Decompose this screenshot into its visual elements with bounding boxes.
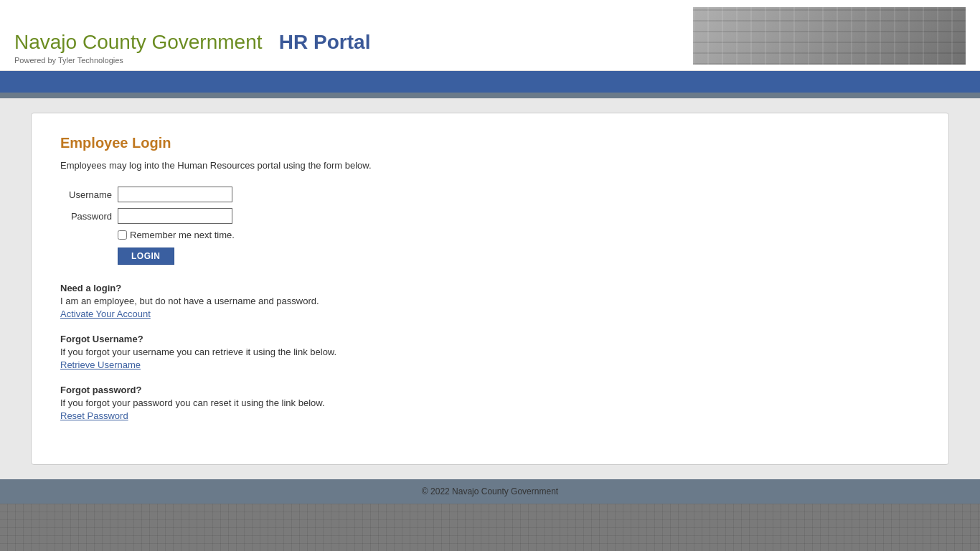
username-label: Username bbox=[60, 189, 118, 200]
need-login-section: Need a login? I am an employee, but do n… bbox=[60, 283, 920, 319]
remember-row: Remember me next time. bbox=[118, 230, 920, 240]
forgot-password-heading: Forgot password? bbox=[60, 385, 920, 395]
forgot-username-section: Forgot Username? If you forgot your user… bbox=[60, 334, 920, 370]
site-title: Navajo County Government HR Portal bbox=[14, 30, 370, 55]
activate-account-link[interactable]: Activate Your Account bbox=[60, 309, 151, 319]
nav-bar bbox=[0, 71, 980, 93]
password-label: Password bbox=[60, 211, 118, 222]
footer: © 2022 Navajo County Government bbox=[0, 479, 980, 504]
site-title-hr: HR Portal bbox=[279, 31, 371, 53]
reset-password-link[interactable]: Reset Password bbox=[60, 410, 128, 421]
header-image bbox=[693, 7, 966, 65]
header-image-inner bbox=[693, 7, 966, 65]
page-wrapper: Navajo County Government HR Portal Power… bbox=[0, 0, 980, 504]
login-button-row: LOGIN bbox=[118, 248, 920, 265]
login-card: Employee Login Employees may log into th… bbox=[31, 113, 949, 465]
powered-by-text: Powered by Tyler Technologies bbox=[14, 56, 370, 65]
gray-stripe bbox=[0, 93, 980, 98]
need-login-heading: Need a login? bbox=[60, 283, 920, 293]
header: Navajo County Government HR Portal Power… bbox=[0, 0, 980, 71]
remember-checkbox[interactable] bbox=[118, 230, 127, 240]
login-form: Username Password Remember me next time.… bbox=[60, 187, 920, 265]
retrieve-username-link[interactable]: Retrieve Username bbox=[60, 359, 141, 370]
need-login-text: I am an employee, but do not have a user… bbox=[60, 296, 920, 306]
content-area: Employee Login Employees may log into th… bbox=[0, 98, 980, 479]
password-input[interactable] bbox=[118, 208, 232, 224]
password-row: Password bbox=[60, 208, 920, 224]
forgot-username-text: If you forgot your username you can retr… bbox=[60, 347, 920, 357]
site-title-navajo: Navajo County Government bbox=[14, 31, 263, 53]
login-button[interactable]: LOGIN bbox=[118, 248, 174, 265]
footer-copyright: © 2022 Navajo County Government bbox=[422, 486, 558, 496]
header-left: Navajo County Government HR Portal Power… bbox=[14, 30, 370, 65]
username-input[interactable] bbox=[118, 187, 232, 202]
forgot-password-text: If you forgot your password you can rese… bbox=[60, 397, 920, 408]
forgot-username-heading: Forgot Username? bbox=[60, 334, 920, 344]
remember-label: Remember me next time. bbox=[130, 230, 235, 240]
login-title: Employee Login bbox=[60, 135, 920, 151]
username-row: Username bbox=[60, 187, 920, 202]
forgot-password-section: Forgot password? If you forgot your pass… bbox=[60, 385, 920, 421]
login-subtitle: Employees may log into the Human Resourc… bbox=[60, 160, 920, 171]
